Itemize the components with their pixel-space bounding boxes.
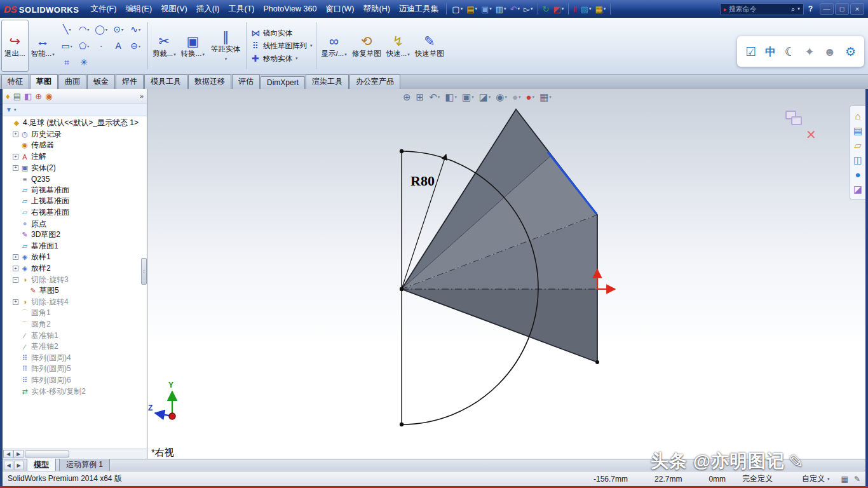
filter-funnel-icon[interactable]: ▼: [6, 106, 12, 113]
menu-item[interactable]: 迈迪工具集: [395, 2, 444, 17]
expand-box[interactable]: +: [13, 165, 18, 171]
grid-button[interactable]: ▦▾: [593, 4, 607, 14]
tab-办公室产品[interactable]: 办公室产品: [349, 74, 400, 89]
tree-hscrollbar[interactable]: ◀ ▶: [3, 449, 147, 459]
home-icon[interactable]: ⌂: [855, 111, 860, 121]
menu-item[interactable]: 视图(V): [156, 2, 192, 17]
rapid-sketch-button[interactable]: ✎快速草图: [412, 20, 447, 72]
design-library-icon[interactable]: ▤: [853, 126, 862, 135]
configurationmanager-tab-icon[interactable]: ◧: [24, 92, 32, 100]
tab-模具工具[interactable]: 模具工具: [144, 74, 187, 89]
edit-appearance-icon[interactable]: ●▾: [512, 92, 521, 102]
tree-item[interactable]: ⌖原点: [3, 218, 147, 229]
save-button[interactable]: ▣▾: [479, 4, 494, 14]
hotkeys-icon[interactable]: ✦: [804, 46, 815, 58]
view-bars-icon[interactable]: ‖: [571, 4, 578, 14]
menu-item[interactable]: 插入(I): [192, 2, 224, 17]
open-button[interactable]: ▤▾: [465, 4, 479, 14]
tree-item[interactable]: +◷历史记录: [3, 129, 147, 140]
propertymanager-tab-icon[interactable]: ▤: [13, 92, 21, 100]
smart-dimension-button[interactable]: ↔智能...▾: [29, 20, 57, 72]
mirror-entities-button[interactable]: ⋈镜向实体: [250, 28, 313, 38]
close-button[interactable]: ×: [850, 3, 864, 15]
tree-item[interactable]: ▱右视基准面: [3, 207, 147, 219]
minimize-button[interactable]: —: [820, 3, 834, 15]
select-button[interactable]: ▻▾: [522, 4, 535, 14]
tab-评估[interactable]: 评估: [232, 74, 260, 89]
tab-特征[interactable]: 特征: [1, 74, 29, 89]
slot-tool[interactable]: ⊖▾: [127, 37, 144, 54]
status-edit-icon[interactable]: ✎: [854, 475, 860, 484]
view-orientation-icon[interactable]: ▣▾: [462, 92, 474, 102]
tab-钣金[interactable]: 钣金: [87, 74, 115, 89]
point-tool[interactable]: ·: [93, 37, 110, 54]
document-tab-1[interactable]: 模型: [27, 459, 56, 472]
tree-item[interactable]: ⠿阵列(圆周)4: [3, 352, 147, 363]
ellipse-tool[interactable]: ⊙▾: [110, 21, 127, 37]
tree-item[interactable]: ◆4.足球 (默认<<默认>_显示状态 1>: [3, 118, 147, 129]
tree-item[interactable]: ⠿阵列(圆周)6: [3, 375, 147, 386]
tree-item[interactable]: ⌒圆角1: [3, 308, 147, 319]
display-style-icon[interactable]: ◪▾: [479, 92, 491, 102]
menu-item[interactable]: 文件(F): [86, 2, 121, 17]
custom-dropdown[interactable]: 自定义 ▾: [802, 473, 830, 484]
arc-tool[interactable]: ◠▾: [76, 21, 93, 37]
sketch-point[interactable]: [595, 360, 599, 364]
scroll-thumb[interactable]: [25, 451, 69, 458]
expand-box[interactable]: +: [13, 154, 18, 159]
search-icon[interactable]: ⌕: [791, 5, 795, 13]
zoom-fit-icon[interactable]: ⊕: [403, 92, 411, 102]
menu-item[interactable]: PhotoView 360: [259, 3, 322, 15]
sketch-star-tool[interactable]: ✳: [76, 54, 93, 71]
displaymanager-tab-icon[interactable]: ◉: [45, 92, 52, 100]
tab-DimXpert[interactable]: DimXpert: [261, 76, 305, 89]
display-relations-button[interactable]: ∞显示/...▾: [318, 20, 349, 72]
featuremanager-tab-icon[interactable]: ♦: [6, 92, 10, 100]
tree-item[interactable]: +◈放样1: [3, 252, 147, 263]
hide-show-icon[interactable]: ◉▾: [496, 92, 507, 102]
line-tool[interactable]: ╲▾: [58, 21, 76, 37]
file-explorer-icon[interactable]: ▱: [854, 140, 862, 150]
tree-item[interactable]: −◑切除-旋转3: [3, 274, 147, 285]
sketch-point[interactable]: [400, 423, 403, 426]
expand-box[interactable]: +: [13, 266, 18, 271]
help-button[interactable]: ?: [804, 4, 817, 13]
expand-box[interactable]: +: [13, 254, 18, 260]
move-entities-button[interactable]: ✚移动实体▾: [250, 53, 313, 64]
linear-pattern-button[interactable]: ⠿线性草图阵列▾: [250, 41, 313, 51]
appearances-icon[interactable]: ●: [855, 170, 860, 179]
undo-button[interactable]: ↶▾: [508, 4, 522, 14]
tree-item[interactable]: ⇄实体-移动/复制2: [3, 386, 147, 397]
text-tool[interactable]: A: [110, 37, 127, 54]
tree-item[interactable]: ∕基准轴2: [3, 341, 147, 353]
dimension-text[interactable]: R80: [410, 173, 435, 189]
sheet-scroll-left[interactable]: ◀: [4, 461, 13, 470]
spline-tool[interactable]: ∿▾: [127, 21, 144, 37]
tab-渲染工具[interactable]: 渲染工具: [306, 74, 349, 89]
new-document-button[interactable]: ▢▾: [450, 4, 465, 14]
menu-item[interactable]: 工具(T): [224, 2, 259, 17]
trim-button[interactable]: ✂剪裁...▾: [150, 20, 179, 72]
previous-view-icon[interactable]: ↶▾: [429, 92, 440, 102]
status-grid-icon[interactable]: ▦: [841, 475, 848, 484]
menu-item[interactable]: 编辑(E): [121, 2, 156, 17]
menu-item[interactable]: 帮助(H): [359, 2, 395, 17]
view-palette-icon[interactable]: ◫: [853, 155, 862, 165]
command-search[interactable]: ▸ ⌕ ▾: [720, 3, 804, 15]
chinese-mode-label[interactable]: 中: [765, 46, 776, 57]
scene-icon[interactable]: ▦▾: [539, 92, 552, 102]
scroll-left-icon[interactable]: ◀: [3, 450, 13, 458]
tab-数据迁移[interactable]: 数据迁移: [188, 74, 231, 89]
dimxpertmanager-tab-icon[interactable]: ⊕: [35, 92, 42, 100]
tree-item[interactable]: ▱基准面1: [3, 241, 147, 252]
tree-item[interactable]: +▣实体(2): [3, 162, 147, 173]
user-icon[interactable]: ☻: [824, 46, 836, 58]
rebuild-button[interactable]: ↻: [541, 4, 552, 14]
sketch-point[interactable]: [400, 149, 403, 153]
ghost-windows-icon[interactable]: [785, 111, 804, 128]
ghost-close-icon[interactable]: ✕: [806, 127, 817, 142]
filter-caret[interactable]: ▾: [14, 107, 17, 112]
exit-sketch-button[interactable]: ↪退出...: [1, 20, 29, 72]
tab-曲面[interactable]: 曲面: [58, 74, 86, 89]
tree-item[interactable]: ✎3D草图2: [3, 229, 147, 241]
